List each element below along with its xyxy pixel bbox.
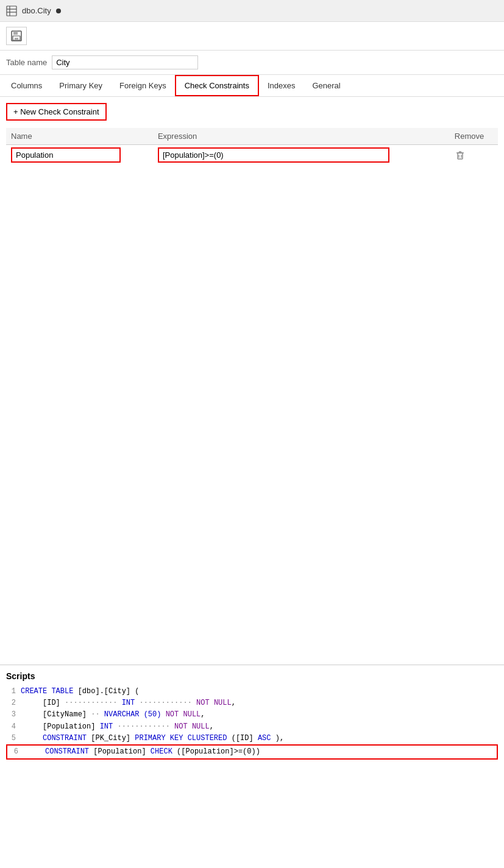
save-button[interactable] xyxy=(6,27,27,45)
content-area: + New Check Constraint Name Expression R… xyxy=(0,97,504,171)
tab-general[interactable]: General xyxy=(303,75,349,96)
scripts-section: Scripts 1 CREATE TABLE [dbo].[City] ( 2 … xyxy=(0,665,504,766)
line-number-5: 5 xyxy=(6,733,16,744)
script-line-4: 4 [Population] INT ············ NOT NULL… xyxy=(6,721,498,733)
script-lines: 1 CREATE TABLE [dbo].[City] ( 2 [ID] ···… xyxy=(6,686,498,760)
script-line-5-content: CONSTRAINT [PK_City] PRIMARY KEY CLUSTER… xyxy=(21,733,284,744)
line-number-4: 4 xyxy=(6,721,16,733)
table-name-label: Table name xyxy=(6,58,47,67)
constraints-table: Name Expression Remove xyxy=(6,128,498,165)
constraint-name-input[interactable] xyxy=(11,147,121,163)
save-icon xyxy=(10,30,23,42)
table-icon xyxy=(6,5,17,16)
delete-constraint-button[interactable] xyxy=(455,150,466,161)
script-line-3-content: [CityName] ·· NVARCHAR (50) NOT NULL, xyxy=(21,709,205,721)
table-name-row: Table name xyxy=(0,51,504,75)
script-line-1: 1 CREATE TABLE [dbo].[City] ( xyxy=(6,686,498,697)
tab-foreign-keys[interactable]: Foreign Keys xyxy=(111,75,175,96)
tab-check-constraints[interactable]: Check Constraints xyxy=(175,75,259,96)
svg-rect-7 xyxy=(15,38,18,40)
script-line-5: 5 CONSTRAINT [PK_City] PRIMARY KEY CLUST… xyxy=(6,733,498,744)
toolbar xyxy=(0,22,504,51)
col-header-name: Name xyxy=(6,128,153,145)
line-number-2: 2 xyxy=(6,697,16,709)
svg-rect-8 xyxy=(458,153,463,159)
script-line-3: 3 [CityName] ·· NVARCHAR (50) NOT NULL, xyxy=(6,709,498,721)
table-name-input[interactable] xyxy=(52,55,198,69)
tab-columns[interactable]: Columns xyxy=(2,75,51,96)
col-header-expression: Expression xyxy=(153,128,450,145)
tab-indexes[interactable]: Indexes xyxy=(259,75,304,96)
script-line-1-content: CREATE TABLE [dbo].[City] ( xyxy=(21,686,139,697)
title-bar: dbo.City xyxy=(0,0,504,22)
constraint-row xyxy=(6,145,498,166)
new-check-constraint-button[interactable]: + New Check Constraint xyxy=(6,103,107,121)
trash-icon xyxy=(455,150,466,161)
tabs-bar: Columns Primary Key Foreign Keys Check C… xyxy=(0,75,504,97)
svg-rect-0 xyxy=(7,6,16,16)
modified-indicator xyxy=(56,9,61,13)
scripts-title: Scripts xyxy=(6,671,498,681)
col-header-remove: Remove xyxy=(450,128,498,145)
script-line-2-content: [ID] ············ INT ············ NOT N… xyxy=(21,697,236,709)
svg-rect-5 xyxy=(13,31,18,35)
middle-area xyxy=(0,171,504,658)
window-title: dbo.City xyxy=(22,6,51,15)
script-line-2: 2 [ID] ············ INT ············ NOT… xyxy=(6,697,498,709)
script-line-6: 6 CONSTRAINT [Population] CHECK ([Popula… xyxy=(6,744,498,760)
line-number-3: 3 xyxy=(6,709,16,721)
line-number-1: 1 xyxy=(6,686,16,697)
script-line-6-content: CONSTRAINT [Population] CHECK ([Populati… xyxy=(23,746,260,758)
tab-primary-key[interactable]: Primary Key xyxy=(51,75,111,96)
constraint-expression-input[interactable] xyxy=(158,147,389,163)
script-line-4-content: [Population] INT ············ NOT NULL, xyxy=(21,721,214,733)
line-number-6: 6 xyxy=(9,746,18,758)
